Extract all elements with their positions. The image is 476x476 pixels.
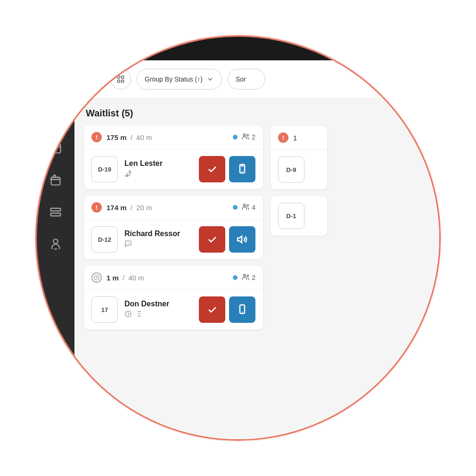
phone-icon-1: [237, 164, 248, 175]
sidebar-item-reservations[interactable]: [41, 134, 70, 162]
card-3-header-right: 2: [233, 273, 255, 283]
filter-button[interactable]: [84, 69, 105, 90]
chevron-down-icon: [206, 75, 214, 83]
guest-count-3: 2: [241, 273, 255, 283]
phone-icon-3: [237, 304, 248, 315]
svg-point-20: [247, 205, 249, 206]
notify-button-1[interactable]: [229, 156, 255, 182]
partial-card-2-body: D-1: [271, 196, 327, 236]
guest-count-2: 4: [241, 203, 255, 213]
action-btns-1: [199, 156, 255, 182]
calendar-icon: [49, 141, 62, 155]
card-1-header-right: 2: [233, 132, 255, 142]
scroll-area[interactable]: Waitlist (5) ! 175 m / 40 m: [74, 98, 439, 439]
grid-view-button[interactable]: [110, 69, 131, 90]
status-dot-1: [233, 135, 238, 140]
alert-icon-2: !: [91, 202, 102, 213]
clock-icon: [49, 109, 62, 123]
card-3-header: 1 m / 40 m 2: [84, 266, 263, 290]
svg-point-22: [244, 274, 246, 277]
status-dot-3: [233, 275, 238, 280]
table-badge-2: D-12: [91, 226, 118, 253]
check-button-2[interactable]: [199, 226, 225, 253]
column-title: Waitlist (5): [84, 108, 263, 119]
check-button-3[interactable]: [199, 296, 225, 323]
partial-card-2: D-1: [271, 196, 327, 236]
speaker-icon-2: [237, 234, 248, 245]
svg-point-15: [244, 134, 246, 136]
sort-button[interactable]: Sor: [228, 69, 265, 90]
svg-point-8: [92, 76, 93, 77]
group-by-label: Group By Status (↑): [145, 75, 203, 83]
main-content: Group By Status (↑) Sor Waitlist (5): [74, 60, 439, 439]
waitlist-card-1: ! 175 m / 40 m: [84, 125, 263, 189]
waitlist-column: Waitlist (5) ! 175 m / 40 m: [84, 108, 263, 430]
partial-card-1: ! 1 D-9: [271, 126, 327, 189]
clock-tag-3: [124, 310, 132, 320]
top-bar: Group By Status (↑) Sor: [74, 60, 439, 98]
clock-sm-icon-3: [91, 272, 102, 283]
app-circle: Group By Status (↑) Sor Waitlist (5): [35, 35, 441, 441]
svg-point-19: [244, 204, 246, 206]
group-by-button[interactable]: Group By Status (↑): [137, 69, 222, 90]
card-2-header-right: 4: [233, 203, 255, 213]
guest-tags-2: [124, 240, 192, 249]
checkmark-icon-2: [206, 234, 218, 245]
status-dot-2: [233, 205, 238, 210]
sidebar-item-host[interactable]: [41, 230, 70, 258]
sidebar-item-tables[interactable]: [41, 198, 70, 226]
host-icon: [49, 238, 62, 251]
dark-strip: [37, 37, 439, 60]
guest-tags-3: [124, 310, 192, 320]
guest-icon-2: [241, 203, 250, 213]
table-badge-3: 17: [91, 296, 118, 323]
sidebar-item-orders[interactable]: [41, 166, 70, 194]
partial-table-1: D-9: [278, 156, 304, 183]
waitlist-card-3: 1 m / 40 m 2: [84, 266, 263, 329]
waitlist-card-2: ! 174 m / 20 m: [84, 196, 263, 259]
partial-table-2: D-1: [278, 203, 304, 229]
svg-rect-12: [122, 76, 124, 78]
guest-name-2: Richard Ressor: [124, 230, 192, 238]
card-2-header: ! 174 m / 20 m: [84, 196, 263, 220]
svg-rect-13: [117, 80, 120, 82]
partial-column: ! 1 D-9 D-1: [271, 108, 327, 430]
svg-point-7: [53, 239, 57, 244]
svg-point-16: [247, 134, 249, 136]
bag-icon: [49, 173, 62, 187]
svg-point-1: [54, 82, 57, 86]
guest-count-1: 2: [241, 132, 255, 142]
svg-point-10: [93, 81, 95, 82]
svg-point-23: [247, 275, 249, 277]
table-badge-1: D-19: [91, 156, 118, 182]
list-tag-3: [135, 310, 142, 320]
svg-rect-4: [51, 177, 60, 185]
notify-button-3[interactable]: [229, 296, 255, 323]
svg-point-26: [242, 312, 243, 312]
check-button-1[interactable]: [199, 156, 225, 182]
svg-rect-3: [51, 144, 61, 153]
svg-point-18: [242, 171, 243, 172]
card-3-wait-time: 1 m / 40 m: [107, 274, 144, 282]
guest-info-2: Richard Ressor: [124, 230, 192, 249]
partial-alert-1: !: [278, 132, 288, 143]
card-1-wait-time: 175 m / 40 m: [107, 133, 152, 141]
tables-icon: [49, 205, 62, 219]
comment-tag: [124, 240, 132, 249]
sidebar-item-waitlist[interactable]: [41, 102, 70, 130]
svg-rect-5: [51, 208, 61, 211]
svg-point-9: [95, 78, 97, 80]
guest-info-1: Len Lester: [124, 159, 192, 179]
partial-card-1-header: ! 1: [271, 126, 327, 150]
guest-icon-1: [241, 132, 250, 142]
app-content: Group By Status (↑) Sor Waitlist (5): [37, 60, 439, 439]
notify-button-2[interactable]: [229, 226, 255, 253]
leaf-tag: [124, 170, 132, 179]
filter-icon: [90, 74, 99, 84]
partial-card-1-body: D-9: [271, 150, 327, 189]
card-2-wait-time: 174 m / 20 m: [107, 204, 152, 212]
sidebar-item-watch[interactable]: [41, 70, 70, 98]
svg-rect-11: [117, 76, 120, 78]
guest-icon-3: [241, 273, 250, 283]
sidebar: [37, 60, 74, 439]
